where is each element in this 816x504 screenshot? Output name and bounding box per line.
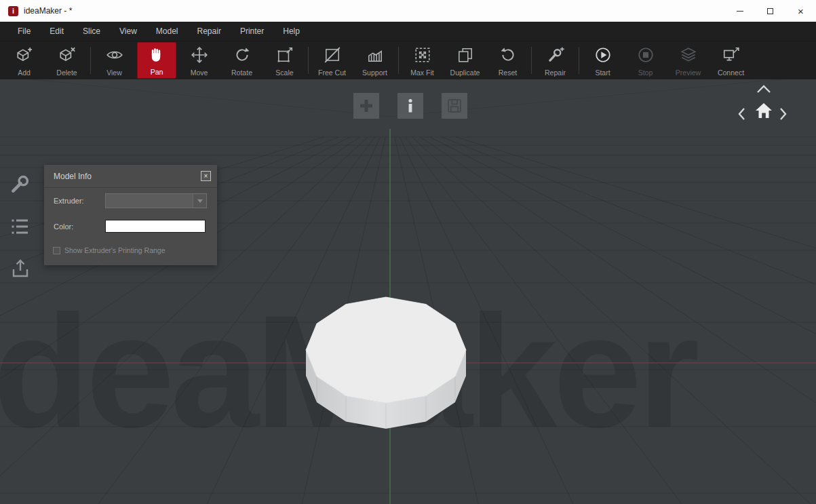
- support-icon: [366, 42, 384, 68]
- extruder-dropdown: [105, 193, 207, 208]
- reset-icon: [499, 42, 517, 68]
- add-model-icon: [16, 42, 33, 68]
- toolbar: Add Delete View: [0, 41, 816, 79]
- menu-help[interactable]: Help: [273, 22, 309, 41]
- toolbar-separator: [579, 47, 579, 74]
- toolbar-label: Free Cut: [318, 68, 346, 77]
- move-arrows-icon: [191, 42, 208, 68]
- menu-edit[interactable]: Edit: [40, 22, 73, 41]
- dialog-close-button[interactable]: ×: [201, 171, 211, 181]
- rotate-icon: [233, 42, 251, 68]
- toolbar-label: Delete: [56, 68, 77, 77]
- toolbar-reset-button[interactable]: Reset: [486, 42, 529, 79]
- close-icon: ×: [798, 6, 804, 16]
- menu-view[interactable]: View: [110, 22, 147, 41]
- app-logo-icon: i: [8, 6, 18, 16]
- export-upload-icon: [9, 258, 31, 279]
- toolbar-label: Repair: [545, 68, 566, 77]
- add-plus-button[interactable]: [353, 93, 379, 119]
- extruder-label: Extruder:: [54, 197, 84, 205]
- toolbar-label: Rotate: [231, 68, 252, 77]
- toolbar-label: View: [106, 68, 122, 77]
- viewport-3d[interactable]: ideaMaker: [0, 79, 816, 504]
- extruder-dropdown-value: [106, 194, 193, 208]
- color-label: Color:: [54, 222, 73, 231]
- minimize-button[interactable]: [724, 0, 755, 22]
- toolbar-label: Duplicate: [450, 68, 480, 77]
- right-chevron-icon[interactable]: [779, 106, 788, 121]
- toolbar-label: Pan: [151, 67, 163, 77]
- toolbar-label: Connect: [718, 68, 744, 77]
- toolbar-stop-button: Stop: [624, 42, 667, 79]
- model-layer: [0, 79, 816, 504]
- window-title: ideaMaker - *: [24, 6, 72, 16]
- toolbar-label: Scale: [275, 68, 293, 77]
- save-floppy-icon: [446, 97, 463, 115]
- toolbar-rotate-button[interactable]: Rotate: [220, 42, 263, 79]
- toolbar-add-button[interactable]: Add: [3, 42, 45, 79]
- toolbar-start-button[interactable]: Start: [581, 42, 624, 79]
- show-range-checkbox[interactable]: [53, 247, 60, 254]
- extruder-dropdown-button: [193, 194, 206, 208]
- toolbar-label: Reset: [499, 68, 517, 77]
- info-icon: [402, 98, 419, 114]
- toolbar-view-button[interactable]: View: [93, 42, 136, 79]
- export-button[interactable]: [8, 257, 33, 280]
- duplicate-icon: [456, 42, 474, 68]
- maximize-button[interactable]: [755, 0, 785, 22]
- toolbar-separator: [90, 47, 91, 74]
- minimize-icon: [737, 11, 743, 12]
- model-list-button[interactable]: [8, 215, 33, 238]
- window-controls: ×: [724, 0, 816, 22]
- plus-icon: [358, 98, 374, 114]
- side-toolbar: [8, 173, 33, 280]
- model-settings-button[interactable]: [8, 173, 33, 196]
- toolbar-label: Stop: [638, 68, 653, 77]
- toolbar-maxfit-button[interactable]: Max Fit: [401, 42, 444, 79]
- save-button[interactable]: [442, 93, 467, 119]
- toolbar-label: Support: [362, 68, 387, 77]
- toolbar-pan-button[interactable]: Pan: [137, 42, 176, 79]
- toolbar-label: Preview: [676, 68, 701, 77]
- pan-hand-icon: [148, 43, 166, 67]
- dialog-header[interactable]: Model Info ×: [44, 165, 217, 188]
- connect-icon: [722, 42, 740, 68]
- delete-model-icon: [58, 42, 76, 68]
- toolbar-scale-button[interactable]: Scale: [263, 42, 306, 79]
- free-cut-icon: [324, 42, 341, 68]
- home-icon[interactable]: [754, 101, 774, 120]
- scale-icon: [276, 42, 294, 68]
- toolbar-repair-button[interactable]: Repair: [534, 42, 577, 79]
- dialog-title: Model Info: [54, 172, 92, 181]
- left-chevron-icon[interactable]: [737, 106, 746, 121]
- toolbar-support-button[interactable]: Support: [353, 42, 396, 79]
- menu-repair[interactable]: Repair: [188, 22, 231, 41]
- menu-slice[interactable]: Slice: [73, 22, 110, 41]
- toolbar-freecut-button[interactable]: Free Cut: [311, 42, 353, 79]
- toolbar-preview-button: Preview: [667, 42, 710, 79]
- menu-printer[interactable]: Printer: [231, 22, 273, 41]
- toolbar-label: Add: [18, 68, 31, 77]
- model-color-swatch[interactable]: [105, 220, 206, 233]
- show-range-checkbox-label: Show Extruder's Printing Range: [64, 246, 166, 254]
- model-info-button[interactable]: [397, 93, 423, 119]
- view-eye-icon: [106, 42, 123, 68]
- menu-model[interactable]: Model: [147, 22, 188, 41]
- toolbar-label: Start: [595, 68, 610, 77]
- preview-layers-icon: [680, 42, 697, 68]
- toolbar-connect-button[interactable]: Connect: [710, 42, 752, 79]
- close-button[interactable]: ×: [785, 0, 816, 22]
- start-play-icon: [594, 42, 612, 68]
- menu-file[interactable]: File: [8, 22, 40, 41]
- toolbar-delete-button[interactable]: Delete: [45, 42, 88, 79]
- menu-bar: File Edit Slice View Model Repair Printe…: [0, 22, 816, 41]
- toolbar-move-button[interactable]: Move: [178, 42, 220, 79]
- chevron-down-icon: [197, 199, 203, 203]
- maximize-icon: [767, 8, 773, 14]
- toolbar-duplicate-button[interactable]: Duplicate: [444, 42, 486, 79]
- up-chevron-icon[interactable]: [755, 83, 773, 94]
- toolbar-label: Move: [191, 68, 208, 77]
- stop-icon: [637, 42, 655, 68]
- repair-wrench-icon: [547, 42, 564, 68]
- toolbar-label: Max Fit: [410, 68, 433, 77]
